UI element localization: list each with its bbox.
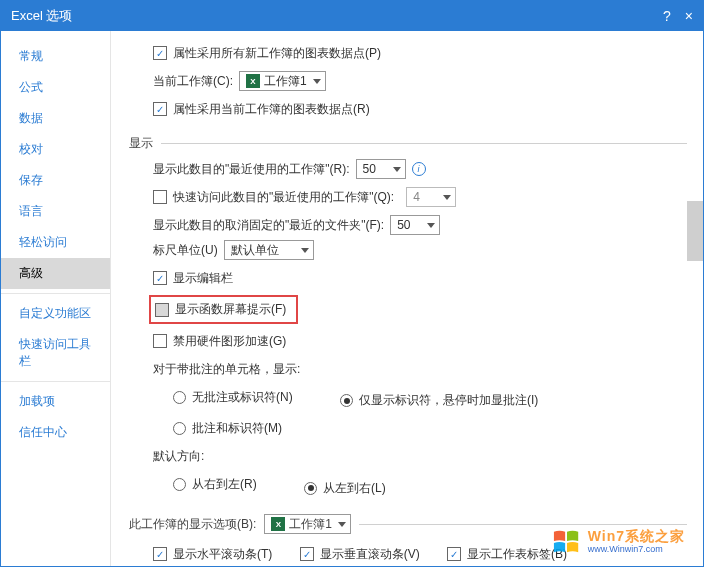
sidebar-item-trust[interactable]: 信任中心 [1, 417, 110, 448]
checkbox-h-scroll[interactable] [153, 547, 167, 561]
recent-workbooks-label: 显示此数目的"最近使用的工作簿"(R): [153, 161, 350, 178]
sidebar-item-save[interactable]: 保存 [1, 165, 110, 196]
sidebar-item-advanced[interactable]: 高级 [1, 258, 110, 289]
windows-logo-icon [552, 528, 582, 556]
excel-icon [271, 517, 285, 531]
scrollbar-thumb[interactable] [687, 201, 703, 261]
checkbox-label: 属性采用当前工作簿的图表数据点(R) [173, 101, 370, 118]
radio-comments-indicator[interactable] [340, 394, 353, 407]
radio-comments-both[interactable] [173, 422, 186, 435]
sidebar-item-general[interactable]: 常规 [1, 41, 110, 72]
window-title: Excel 选项 [11, 7, 72, 25]
sidebar-item-ease[interactable]: 轻松访问 [1, 227, 110, 258]
current-workbook-dropdown[interactable]: 工作簿1 [239, 71, 326, 91]
checkbox-v-scroll[interactable] [300, 547, 314, 561]
quick-access-value: 4 [413, 190, 420, 204]
ruler-units-value: 默认单位 [231, 242, 279, 259]
watermark-title: Win7系统之家 [588, 529, 685, 544]
recent-folders-label: 显示此数目的取消固定的"最近的文件夹"(F): [153, 217, 384, 234]
sidebar-item-proofing[interactable]: 校对 [1, 134, 110, 165]
sidebar-item-language[interactable]: 语言 [1, 196, 110, 227]
quick-access-label: 快速访问此数目的"最近使用的工作簿"(Q): [173, 189, 394, 206]
workbook-display-dropdown[interactable]: 工作簿1 [264, 514, 351, 534]
sidebar-item-formulas[interactable]: 公式 [1, 72, 110, 103]
sidebar: 常规 公式 数据 校对 保存 语言 轻松访问 高级 自定义功能区 快速访问工具栏… [1, 31, 111, 566]
content-pane: 属性采用所有新工作簿的图表数据点(P) 当前工作簿(C): 工作簿1 属性采用当… [111, 31, 703, 566]
help-icon[interactable]: ? [663, 8, 671, 24]
checkbox-label: 显示垂直滚动条(V) [320, 546, 420, 563]
radio-label: 批注和标识符(M) [192, 420, 282, 437]
divider [161, 143, 687, 144]
recent-folders-value: 50 [397, 218, 410, 232]
sidebar-item-data[interactable]: 数据 [1, 103, 110, 134]
ruler-units-dropdown[interactable]: 默认单位 [224, 240, 314, 260]
divider [359, 524, 687, 525]
radio-label: 从右到左(R) [192, 476, 257, 493]
checkbox-quick-access-recent[interactable] [153, 190, 167, 204]
radio-label: 仅显示标识符，悬停时加显批注(I) [359, 392, 538, 409]
sidebar-item-quick-access[interactable]: 快速访问工具栏 [1, 329, 110, 377]
comments-heading: 对于带批注的单元格，显示: [153, 361, 300, 378]
radio-direction-rtl[interactable] [173, 478, 186, 491]
checkbox-label: 显示编辑栏 [173, 270, 233, 287]
checkbox-label: 禁用硬件图形加速(G) [173, 333, 286, 350]
watermark-url: www.Winwin7.com [588, 545, 685, 555]
watermark: Win7系统之家 www.Winwin7.com [552, 528, 685, 556]
radio-direction-ltr[interactable] [304, 482, 317, 495]
current-workbook-value: 工作簿1 [264, 73, 307, 90]
sidebar-item-customize-ribbon[interactable]: 自定义功能区 [1, 298, 110, 329]
direction-heading: 默认方向: [153, 448, 204, 465]
ruler-units-label: 标尺单位(U) [153, 242, 218, 259]
workbook-display-value: 工作簿1 [289, 516, 332, 533]
sidebar-item-addins[interactable]: 加载项 [1, 386, 110, 417]
checkbox-label: 属性采用所有新工作簿的图表数据点(P) [173, 45, 381, 62]
quick-access-spinner[interactable]: 4 [406, 187, 456, 207]
checkbox-label: 显示函数屏幕提示(F) [175, 301, 286, 318]
checkbox-all-new-chart-points[interactable] [153, 46, 167, 60]
recent-workbooks-spinner[interactable]: 50 [356, 159, 406, 179]
checkbox-sheet-tabs[interactable] [447, 547, 461, 561]
radio-label: 无批注或标识符(N) [192, 389, 293, 406]
highlighted-option: 显示函数屏幕提示(F) [149, 295, 298, 324]
recent-folders-spinner[interactable]: 50 [390, 215, 440, 235]
close-icon[interactable]: × [685, 8, 693, 24]
radio-comments-none[interactable] [173, 391, 186, 404]
checkbox-label: 显示水平滚动条(T) [173, 546, 272, 563]
checkbox-formula-bar[interactable] [153, 271, 167, 285]
current-workbook-label: 当前工作簿(C): [153, 73, 233, 90]
recent-workbooks-value: 50 [363, 162, 376, 176]
checkbox-current-chart-points[interactable] [153, 102, 167, 116]
group-title-display: 显示 [129, 135, 153, 152]
group-title-workbook-display: 此工作簿的显示选项(B): [129, 516, 256, 533]
checkbox-function-tooltips[interactable] [155, 303, 169, 317]
info-icon[interactable] [412, 162, 426, 176]
excel-icon [246, 74, 260, 88]
checkbox-disable-hw-accel[interactable] [153, 334, 167, 348]
radio-label: 从左到右(L) [323, 480, 386, 497]
